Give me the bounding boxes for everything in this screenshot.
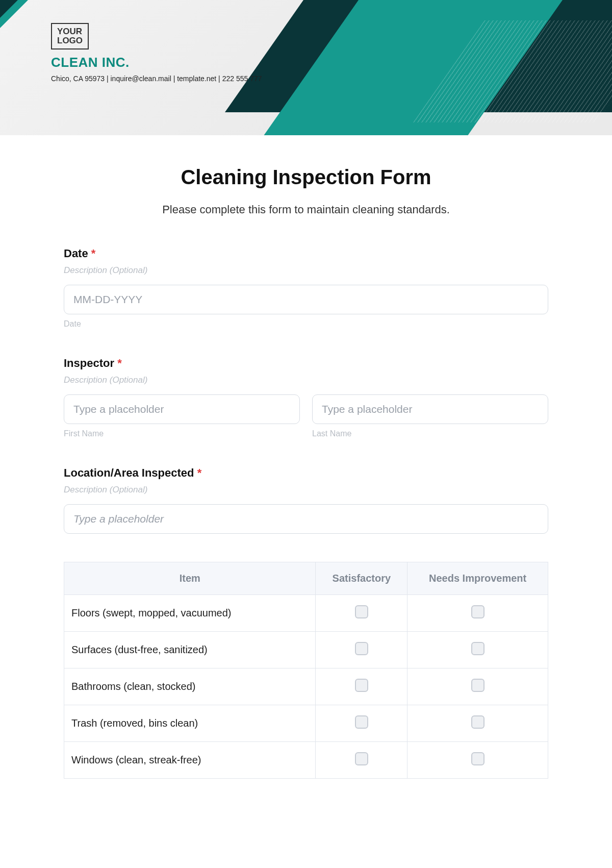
col-satisfactory: Satisfactory: [316, 562, 407, 595]
table-row: Bathrooms (clean, stocked): [64, 668, 548, 705]
header-banner: YOUR LOGO CLEAN INC. Chico, CA 95973 | i…: [0, 0, 612, 135]
checkbox-needs-improvement[interactable]: [471, 752, 484, 765]
field-location: Location/Area Inspected * Description (O…: [64, 466, 548, 534]
location-label: Location/Area Inspected: [64, 466, 194, 479]
checkbox-needs-improvement[interactable]: [471, 642, 484, 655]
form-title: Cleaning Inspection Form: [64, 166, 548, 189]
checkbox-needs-improvement[interactable]: [471, 679, 484, 692]
last-name-input[interactable]: [312, 394, 548, 424]
inspector-label-row: Inspector *: [64, 357, 548, 370]
logo-line2: LOGO: [57, 36, 83, 45]
checkbox-needs-improvement[interactable]: [471, 715, 484, 729]
logo-line1: YOUR: [57, 27, 82, 36]
last-name-sublabel: Last Name: [312, 429, 548, 438]
inspection-table: Item Satisfactory Needs Improvement Floo…: [64, 562, 548, 779]
inspector-label: Inspector: [64, 357, 114, 369]
logo-placeholder: YOUR LOGO: [51, 23, 89, 49]
field-inspector: Inspector * Description (Optional) First…: [64, 357, 548, 438]
item-label: Floors (swept, mopped, vacuumed): [64, 595, 316, 632]
inspector-description: Description (Optional): [64, 375, 548, 385]
first-name-input[interactable]: [64, 394, 300, 424]
required-mark: *: [197, 466, 202, 479]
item-label: Bathrooms (clean, stocked): [64, 668, 316, 705]
form-subtitle: Please complete this form to maintain cl…: [64, 203, 548, 216]
checkbox-satisfactory[interactable]: [355, 715, 368, 729]
date-description: Description (Optional): [64, 265, 548, 276]
checkbox-satisfactory[interactable]: [355, 605, 368, 618]
location-description: Description (Optional): [64, 485, 548, 495]
item-label: Windows (clean, streak-free): [64, 742, 316, 779]
date-label-row: Date *: [64, 247, 548, 260]
location-input[interactable]: [64, 504, 548, 534]
col-needs-improvement: Needs Improvement: [407, 562, 548, 595]
contact-line: Chico, CA 95973 | inquire@clean.mail | t…: [51, 75, 612, 83]
first-name-sublabel: First Name: [64, 429, 300, 438]
table-row: Floors (swept, mopped, vacuumed): [64, 595, 548, 632]
date-sublabel: Date: [64, 319, 548, 329]
date-label: Date: [64, 247, 88, 260]
checkbox-satisfactory[interactable]: [355, 642, 368, 655]
table-row: Windows (clean, streak-free): [64, 742, 548, 779]
table-row: Trash (removed, bins clean): [64, 705, 548, 742]
checkbox-needs-improvement[interactable]: [471, 605, 484, 618]
item-label: Surfaces (dust-free, sanitized): [64, 632, 316, 668]
item-label: Trash (removed, bins clean): [64, 705, 316, 742]
date-input[interactable]: [64, 285, 548, 314]
required-mark: *: [91, 247, 96, 260]
field-date: Date * Description (Optional) Date: [64, 247, 548, 329]
required-mark: *: [117, 357, 122, 369]
table-row: Surfaces (dust-free, sanitized): [64, 632, 548, 668]
location-label-row: Location/Area Inspected *: [64, 466, 548, 480]
checkbox-satisfactory[interactable]: [355, 752, 368, 765]
checkbox-satisfactory[interactable]: [355, 679, 368, 692]
form-body: Cleaning Inspection Form Please complete…: [0, 135, 612, 799]
col-item: Item: [64, 562, 316, 595]
company-name: CLEAN INC.: [51, 55, 612, 70]
